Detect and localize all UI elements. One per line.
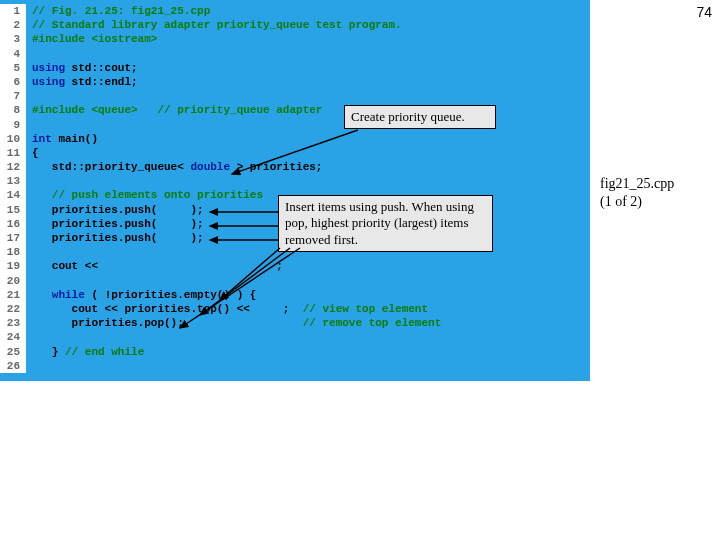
code-token: // end while (65, 346, 144, 358)
code-token: // push elements onto priorities (52, 189, 263, 201)
code-token: priorities.push( ); (32, 204, 204, 216)
code-block: 1// Fig. 21.25: fig21_25.cpp2// Standard… (0, 0, 590, 381)
line-number: 1 (0, 4, 26, 18)
code-token: // Fig. 21.25: fig21_25.cpp (32, 5, 210, 17)
code-line: 24 (0, 330, 590, 344)
line-number: 20 (0, 274, 26, 288)
code-token: double (190, 161, 230, 173)
code-token (138, 104, 158, 116)
code-text: using std::cout; (26, 61, 590, 75)
code-token: std::cout; (65, 62, 138, 74)
code-line: 19 cout << ; (0, 259, 590, 273)
code-text: priorities.pop(); // remove top element (26, 316, 590, 330)
code-line: 10int main() (0, 132, 590, 146)
slide-caption: fig21_25.cpp (1 of 2) (600, 175, 674, 210)
code-token: ( !priorities.empty() ) { (85, 289, 257, 301)
line-number: 4 (0, 47, 26, 61)
line-number: 19 (0, 259, 26, 273)
code-text: // Standard library adapter priority_que… (26, 18, 590, 32)
code-text: int main() (26, 132, 590, 146)
line-number: 15 (0, 203, 26, 217)
line-number: 25 (0, 345, 26, 359)
code-text: { (26, 146, 590, 160)
code-token: #include <iostream> (32, 33, 157, 45)
line-number: 18 (0, 245, 26, 259)
code-line: 23 priorities.pop(); // remove top eleme… (0, 316, 590, 330)
code-token: cout << priorities.top() << ; (32, 303, 303, 315)
line-number: 3 (0, 32, 26, 46)
code-line: 20 (0, 274, 590, 288)
line-number: 9 (0, 118, 26, 132)
code-text: #include <iostream> (26, 32, 590, 46)
code-token (32, 289, 52, 301)
line-number: 6 (0, 75, 26, 89)
code-token: priorities.push( ); (32, 218, 204, 230)
line-number: 16 (0, 217, 26, 231)
line-number: 13 (0, 174, 26, 188)
code-token: int (32, 133, 52, 145)
code-token: // Standard library adapter priority_que… (32, 19, 402, 31)
code-token: } (32, 346, 65, 358)
code-line: 2// Standard library adapter priority_qu… (0, 18, 590, 32)
callout-create-queue: Create priority queue. (344, 105, 496, 129)
code-token: // priority_queue adapter (157, 104, 322, 116)
code-token: while (52, 289, 85, 301)
line-number: 5 (0, 61, 26, 75)
code-text: } // end while (26, 345, 590, 359)
line-number: 17 (0, 231, 26, 245)
code-text: #include <queue> // priority_queue adapt… (26, 103, 590, 117)
code-token: // remove top element (303, 317, 442, 329)
code-text: std::priority_queue< double > priorities… (26, 160, 590, 174)
code-line: 3#include <iostream> (0, 32, 590, 46)
code-line: 6using std::endl; (0, 75, 590, 89)
code-token: using (32, 62, 65, 74)
line-number: 7 (0, 89, 26, 103)
code-line: 21 while ( !priorities.empty() ) { (0, 288, 590, 302)
code-line: 26 (0, 359, 590, 373)
line-number: 10 (0, 132, 26, 146)
callout-push-pop: Insert items using push. When using pop,… (278, 195, 493, 252)
line-number: 26 (0, 359, 26, 373)
code-token: cout << ; (32, 260, 283, 272)
line-number: 12 (0, 160, 26, 174)
line-number: 11 (0, 146, 26, 160)
code-line: 22 cout << priorities.top() << ; // view… (0, 302, 590, 316)
code-token: main() (52, 133, 98, 145)
line-number: 8 (0, 103, 26, 117)
code-token: { (32, 147, 39, 159)
code-line: 4 (0, 47, 590, 61)
code-token (32, 189, 52, 201)
code-text: // Fig. 21.25: fig21_25.cpp (26, 4, 590, 18)
page-number: 74 (696, 4, 712, 20)
caption-filename: fig21_25.cpp (600, 175, 674, 193)
code-token: #include <queue> (32, 104, 138, 116)
code-text: while ( !priorities.empty() ) { (26, 288, 590, 302)
code-line: 13 (0, 174, 590, 188)
code-token: std::endl; (65, 76, 138, 88)
code-line: 9 (0, 118, 590, 132)
line-number: 2 (0, 18, 26, 32)
code-line: 11{ (0, 146, 590, 160)
code-token: std::priority_queue< (32, 161, 190, 173)
code-line: 8#include <queue> // priority_queue adap… (0, 103, 590, 117)
line-number: 22 (0, 302, 26, 316)
code-token: using (32, 76, 65, 88)
code-line: 7 (0, 89, 590, 103)
code-token: priorities.pop(); (32, 317, 303, 329)
code-text: cout << ; (26, 259, 590, 273)
line-number: 21 (0, 288, 26, 302)
line-number: 23 (0, 316, 26, 330)
caption-part: (1 of 2) (600, 193, 674, 211)
code-token: priorities.push( ); (32, 232, 204, 244)
code-text: using std::endl; (26, 75, 590, 89)
code-line: 12 std::priority_queue< double > priorit… (0, 160, 590, 174)
code-token: // view top element (303, 303, 428, 315)
code-line: 5using std::cout; (0, 61, 590, 75)
code-line: 1// Fig. 21.25: fig21_25.cpp (0, 4, 590, 18)
code-token: > priorities; (230, 161, 322, 173)
line-number: 24 (0, 330, 26, 344)
code-line: 25 } // end while (0, 345, 590, 359)
line-number: 14 (0, 188, 26, 202)
slide: 74 1// Fig. 21.25: fig21_25.cpp2// Stand… (0, 0, 720, 540)
code-text: cout << priorities.top() << ; // view to… (26, 302, 590, 316)
